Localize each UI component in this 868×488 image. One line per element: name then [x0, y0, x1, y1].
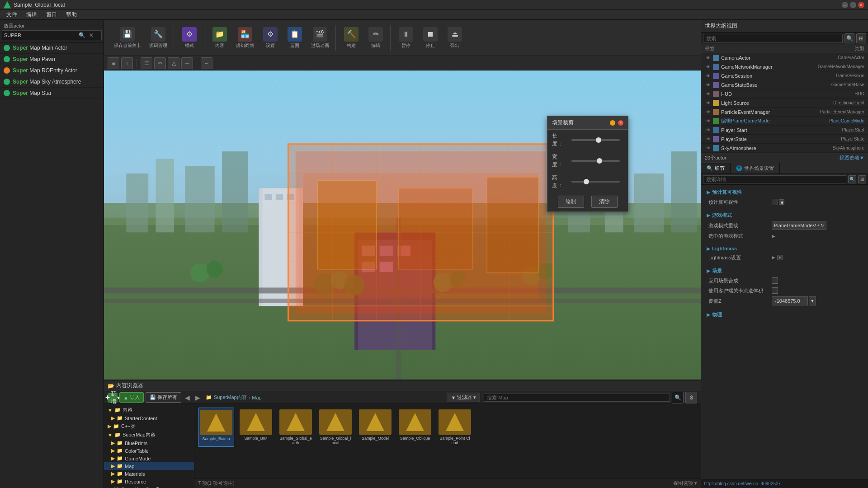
actor-item-sky-atmosphere[interactable]: Super Map Sky Atmosphere: [0, 76, 104, 88]
crop-width-thumb[interactable]: [597, 158, 602, 164]
crop-length-thumb[interactable]: [596, 137, 601, 143]
scene-header[interactable]: ▶ 场景: [705, 266, 864, 276]
lightmass-expand[interactable]: ▶ ▼: [772, 255, 783, 260]
scene-client-checkbox[interactable]: [772, 287, 778, 294]
toolbar-btn-stop[interactable]: ⏹ 停止: [419, 25, 442, 51]
menu-file[interactable]: 文件: [2, 10, 22, 19]
precompute-checkbox[interactable]: [772, 199, 778, 205]
save-all-btn[interactable]: 💾 保存所有: [146, 392, 181, 403]
actor-search-icon[interactable]: 🔍: [77, 32, 87, 38]
content-view-options[interactable]: ⚙: [685, 392, 697, 404]
asset-item-baimo[interactable]: Sample_Baimo: [198, 408, 234, 447]
toolbar-btn-market[interactable]: 🏪 虚幻商城: [232, 25, 258, 51]
crop-width-slider[interactable]: [571, 160, 620, 162]
toolbar-btn-pause[interactable]: ⏸ 暂停: [394, 25, 418, 51]
precompute-expand[interactable]: ▼: [779, 199, 784, 205]
content-search-btn[interactable]: 🔍: [672, 392, 684, 404]
minimize-button[interactable]: —: [842, 2, 848, 8]
content-search-input[interactable]: [484, 394, 670, 402]
detail-search-input[interactable]: [703, 175, 846, 183]
actor-item-map-star[interactable]: Super Map Star: [0, 88, 104, 99]
detail-tab-detail[interactable]: 🔍 细节: [701, 163, 731, 174]
vp-btn-mesh[interactable]: △: [168, 57, 179, 69]
precompute-header[interactable]: ▶ 预计算可视性: [705, 188, 864, 197]
lightmass-header[interactable]: ▶ Lightmass: [705, 244, 864, 253]
overridez-dropdown[interactable]: ▼: [809, 296, 816, 305]
path-supermap[interactable]: SuperMap内容: [214, 394, 247, 401]
gamemode-header[interactable]: ▶ 游戏模式: [705, 211, 864, 220]
nav-forward-btn[interactable]: ▶: [193, 393, 202, 402]
path-map[interactable]: Map: [252, 395, 261, 400]
gamemode-plus[interactable]: +: [817, 223, 820, 228]
crop-clear-btn[interactable]: 清除: [591, 196, 618, 208]
physics-header[interactable]: ▶ 物理: [705, 310, 864, 319]
detail-tab-world[interactable]: 🌐 世界场景设置: [731, 163, 780, 174]
vp-btn-add[interactable]: +: [121, 57, 133, 69]
actor-item-map-pawn[interactable]: Super Map Pawn: [0, 54, 104, 65]
outliner-item-camera[interactable]: 👁 CameraActor CameraActor: [701, 53, 868, 62]
selected-gamemode-expand[interactable]: ▶: [772, 234, 775, 239]
folder-item-map[interactable]: ▶ 📁 Map: [104, 462, 194, 470]
asset-item-model[interactable]: Sample_Model: [357, 408, 393, 447]
toolbar-btn-source[interactable]: 🔧 源码管理: [146, 25, 171, 51]
folder-item-gamemode[interactable]: ▶ 📁 GameMode: [104, 455, 194, 462]
url-text[interactable]: https://blog.csdn.net/weixin_40902527: [704, 481, 781, 486]
folder-item-resource[interactable]: ▶ 📁 Resource: [104, 478, 194, 485]
outliner-item-skyatmosphere[interactable]: 👁 SkyAtmosphere SkyAtmosphere: [701, 144, 868, 153]
actor-search-input[interactable]: [2, 33, 77, 38]
overridez-input[interactable]: [772, 296, 808, 305]
toolbar-btn-build[interactable]: 🔨 构建: [340, 25, 363, 51]
toolbar-btn-edit[interactable]: ✏ 编辑: [364, 25, 387, 51]
view-options-btn[interactable]: 视图选项▼: [840, 155, 864, 161]
folder-item-starter[interactable]: ▶ 📁 StarterContent: [104, 414, 194, 422]
folder-item-supermap[interactable]: ▼ 📁 SuperMap内容: [104, 431, 194, 439]
toolbar-btn-mode[interactable]: ⚙ 模式: [178, 25, 201, 51]
asset-item-global-local[interactable]: Sample_Global_local: [317, 408, 354, 447]
outliner-item-lightsource[interactable]: 👁 Light Source DirectionalLight: [701, 99, 868, 108]
folder-item-supermap-cpp[interactable]: ▶ 📁 SuperMap C++类: [104, 485, 194, 488]
toolbar-btn-blueprints[interactable]: 📋 蓝图: [283, 25, 307, 51]
import-btn[interactable]: ▲ 导入: [119, 392, 144, 403]
outliner-search-btn[interactable]: 🔍: [844, 33, 854, 43]
folder-item-cpp[interactable]: ▶ 📁 C++类: [104, 422, 194, 431]
crop-height-thumb[interactable]: [584, 179, 589, 184]
gamemode-minus[interactable]: ↻: [821, 223, 824, 228]
lightmass-expand-btn[interactable]: ▼: [777, 255, 783, 260]
vp-btn-cut[interactable]: ✂: [154, 57, 166, 69]
folder-item-materials[interactable]: ▶ 📁 Materials: [104, 470, 194, 478]
toolbar-btn-eject[interactable]: ⏏ 弹出: [443, 25, 467, 51]
filter-btn[interactable]: ▼ 过滤器 ▾: [447, 393, 480, 402]
vp-btn-back[interactable]: ←: [201, 57, 212, 69]
new-btn[interactable]: ✚ 新增 ▾: [108, 393, 118, 403]
crop-height-slider[interactable]: [571, 181, 620, 183]
crop-close-btn[interactable]: ✕: [618, 120, 623, 126]
crop-draw-btn[interactable]: 绘制: [558, 196, 584, 208]
toolbar-btn-save[interactable]: 💾 保存当前关卡: [110, 25, 145, 51]
outliner-item-gamestate[interactable]: 👁 GameStateBase GameStateBase: [701, 80, 868, 89]
crop-length-slider[interactable]: [571, 139, 620, 141]
toolbar-btn-settings[interactable]: ⚙ 设置: [259, 25, 282, 51]
outliner-search-input[interactable]: [703, 34, 843, 43]
vp-btn-transform[interactable]: ↔: [181, 57, 193, 69]
crop-minimize-btn[interactable]: —: [610, 120, 615, 126]
menu-window[interactable]: 窗口: [42, 10, 61, 19]
outliner-item-playerstart[interactable]: 👁 Player Start PlayerStart: [701, 126, 868, 135]
folder-item-blueprints[interactable]: ▶ 📁 BluePrints: [104, 439, 194, 447]
menu-help[interactable]: 帮助: [61, 10, 81, 19]
asset-item-bim[interactable]: Sample_BIM: [238, 408, 274, 447]
outliner-item-netmanager[interactable]: 👁 GameNetworkManager GameNetworkManager: [701, 62, 868, 71]
folder-item-content[interactable]: ▼ 📁 内容: [104, 406, 194, 414]
actor-item-roentity[interactable]: Super Map ROEntity Actor: [0, 65, 104, 76]
outliner-item-hud[interactable]: 👁 HUD HUD: [701, 89, 868, 99]
maximize-button[interactable]: □: [850, 2, 856, 8]
vp-btn-list[interactable]: ☰: [141, 57, 152, 69]
folder-item-colortable[interactable]: ▶ 📁 ColorTable: [104, 447, 194, 455]
nav-back-btn[interactable]: ◀: [183, 393, 192, 402]
close-button[interactable]: ✕: [858, 2, 864, 8]
viewport[interactable]: 场景裁剪 — ✕ 长度： 宽度：: [104, 70, 701, 380]
asset-item-pointcloud[interactable]: Sample_Point Cloud: [437, 408, 473, 447]
asset-item-global-earth[interactable]: Sample_Global_earth: [278, 408, 314, 447]
outliner-item-particle[interactable]: 👁 ParticleEventManager ParticleEventMana…: [701, 108, 868, 117]
outliner-item-plane-gamemode[interactable]: 👁 编辑PlaneGameMode PlaneGameMode: [701, 117, 868, 126]
menu-edit[interactable]: 编辑: [22, 10, 42, 19]
